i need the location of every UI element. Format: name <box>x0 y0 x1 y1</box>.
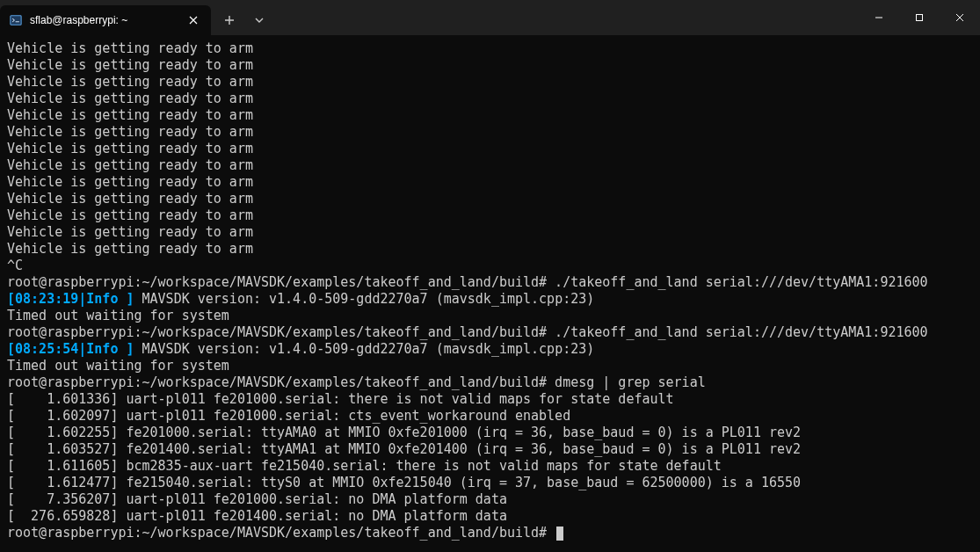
output-line: Vehicle is getting ready to arm <box>7 124 973 141</box>
prompt-line[interactable]: root@raspberrypi:~/workspace/MAVSDK/exam… <box>7 525 973 541</box>
close-window-button[interactable] <box>940 0 980 35</box>
output-line: Vehicle is getting ready to arm <box>7 191 973 207</box>
tab-active[interactable]: sflab@raspberrypi: ~ <box>0 5 211 35</box>
output-line: Vehicle is getting ready to arm <box>7 107 973 124</box>
output-line: Vehicle is getting ready to arm <box>7 141 973 157</box>
prompt-line: root@raspberrypi:~/workspace/MAVSDK/exam… <box>7 324 973 341</box>
output-line: Vehicle is getting ready to arm <box>7 224 973 241</box>
output-line: [ 276.659828] uart-pl011 fe201400.serial… <box>7 508 973 525</box>
cursor <box>556 527 563 541</box>
prompt-line: root@raspberrypi:~/workspace/MAVSDK/exam… <box>7 374 973 391</box>
titlebar-spacer <box>272 0 859 35</box>
output-line: [ 1.602097] uart-pl011 fe201000.serial: … <box>7 408 973 425</box>
output-line: [ 1.612477] fe215040.serial: ttyS0 at MM… <box>7 475 973 491</box>
window-controls <box>859 0 980 35</box>
output-line: Vehicle is getting ready to arm <box>7 40 973 57</box>
log-info-line: [08:25:54|Info ] MAVSDK version: v1.4.0-… <box>7 341 973 358</box>
output-line: [ 1.602255] fe201000.serial: ttyAMA0 at … <box>7 425 973 441</box>
svg-rect-1 <box>917 15 923 21</box>
terminal-output[interactable]: Vehicle is getting ready to armVehicle i… <box>0 35 980 552</box>
tab-title: sflab@raspberrypi: ~ <box>30 14 176 26</box>
svg-rect-0 <box>11 16 21 25</box>
log-timestamp: [08:25:54|Info ] <box>7 341 134 357</box>
tab-actions <box>211 0 272 35</box>
output-line: Vehicle is getting ready to arm <box>7 91 973 107</box>
tab-dropdown-button[interactable] <box>246 7 272 33</box>
output-line: Vehicle is getting ready to arm <box>7 57 973 74</box>
output-line: Vehicle is getting ready to arm <box>7 74 973 91</box>
prompt-line: root@raspberrypi:~/workspace/MAVSDK/exam… <box>7 274 973 291</box>
maximize-button[interactable] <box>899 0 940 35</box>
output-line: Vehicle is getting ready to arm <box>7 157 973 174</box>
output-line: Vehicle is getting ready to arm <box>7 207 973 224</box>
new-tab-button[interactable] <box>216 7 243 33</box>
log-timestamp: [08:23:19|Info ] <box>7 291 134 307</box>
output-line: [ 1.611605] bcm2835-aux-uart fe215040.se… <box>7 458 973 475</box>
output-line: [ 1.603527] fe201400.serial: ttyAMA1 at … <box>7 441 973 458</box>
output-line: [ 7.356207] uart-pl011 fe201000.serial: … <box>7 491 973 508</box>
output-line: Vehicle is getting ready to arm <box>7 241 973 258</box>
terminal-icon <box>9 13 23 27</box>
output-line: [ 1.601336] uart-pl011 fe201000.serial: … <box>7 391 973 408</box>
output-line: Vehicle is getting ready to arm <box>7 174 973 191</box>
output-line: Timed out waiting for system <box>7 358 973 374</box>
tab-close-button[interactable] <box>183 10 204 31</box>
minimize-button[interactable] <box>859 0 899 35</box>
titlebar: sflab@raspberrypi: ~ <box>0 0 980 35</box>
output-line: ^C <box>7 258 973 274</box>
log-info-line: [08:23:19|Info ] MAVSDK version: v1.4.0-… <box>7 291 973 308</box>
output-line: Timed out waiting for system <box>7 308 973 324</box>
